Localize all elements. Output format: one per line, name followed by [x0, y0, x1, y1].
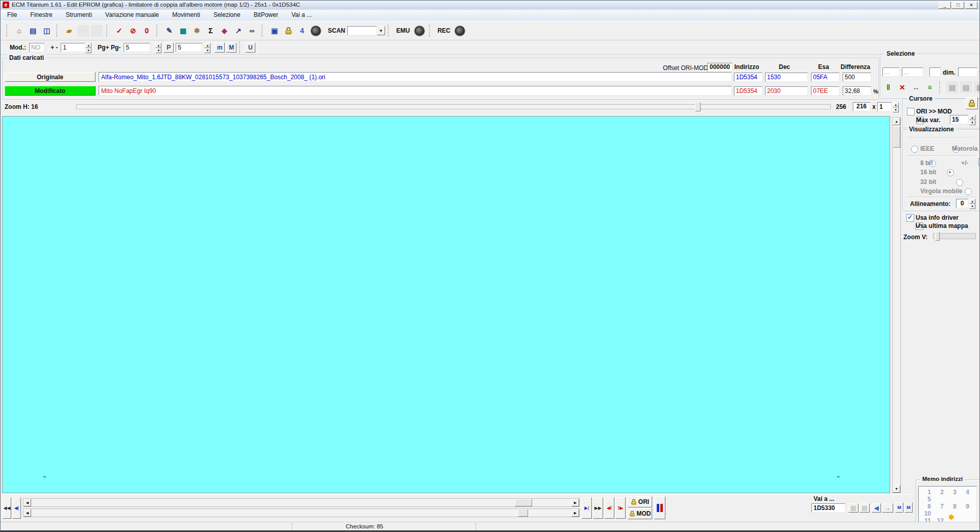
originale-button[interactable]: Originale [5, 72, 95, 82]
min-map-button[interactable]: m [214, 42, 225, 53]
chart-icon[interactable]: ↗ [232, 25, 245, 37]
maximize-button[interactable]: □ [952, 2, 964, 9]
select-width-icon[interactable]: ↔ [910, 81, 922, 94]
addr-grid2-icon[interactable]: ▤ [859, 503, 870, 513]
memo-next-button[interactable]: M [904, 502, 913, 513]
compare-view-button[interactable] [654, 496, 665, 519]
memo-slot-1[interactable]: 1 [920, 489, 931, 496]
modificato-button[interactable]: Modificato [5, 86, 95, 96]
selezione-field-3[interactable] [929, 67, 941, 77]
clear-selection-icon[interactable]: ✕ [896, 81, 909, 94]
step-spinner[interactable]: ▲▼ [85, 43, 91, 52]
edit-notes-icon[interactable]: ✎ [163, 25, 176, 37]
memo-slot-6[interactable]: 6 [920, 503, 931, 510]
p2-field[interactable]: 5 [176, 43, 202, 52]
pg-spinner[interactable]: ▲▼ [155, 43, 161, 52]
pg-field[interactable]: 5 [124, 43, 150, 52]
nav-forward-button[interactable]: ‖▶ [615, 497, 626, 519]
chevron-down-icon[interactable]: ▼ [377, 26, 385, 35]
ori-mod-checkbox[interactable] [907, 108, 915, 115]
rec-record-button[interactable] [453, 25, 466, 37]
menu-item-finestre[interactable]: Finestre [23, 10, 59, 21]
max-var-field[interactable]: 15 [950, 115, 968, 124]
memo-slot-10[interactable]: 10 [920, 510, 931, 517]
close-button[interactable]: ✕ [965, 2, 977, 9]
mod-value-field[interactable]: NO [29, 43, 44, 52]
zoom-h-slider-thumb[interactable] [695, 102, 701, 111]
nav-back-button[interactable]: ◀‖ [604, 497, 614, 519]
memo-slot-8[interactable]: 8 [945, 503, 957, 510]
monitor-icon[interactable]: ▣ [268, 25, 281, 37]
percent-mode-button[interactable]: P [163, 42, 174, 53]
menu-item-movimenti[interactable]: Movimenti [165, 10, 207, 21]
ori-view-button[interactable]: ORI [628, 496, 652, 507]
memo-slot-7[interactable]: 7 [933, 503, 944, 510]
lock-button[interactable] [966, 97, 978, 109]
home-icon[interactable]: ⌂ [13, 25, 26, 37]
zoom-v-slider-thumb[interactable] [935, 232, 940, 241]
step-field[interactable]: 1 [61, 43, 85, 52]
menu-item-file[interactable]: File [1, 10, 23, 21]
memo-slot-5[interactable]: 5 [920, 496, 931, 503]
zero-red-icon[interactable]: 0 [140, 25, 153, 37]
pin-icon[interactable]: ◆ [218, 25, 231, 37]
menu-item-strumenti[interactable]: Strumenti [59, 10, 99, 21]
binoculars-icon[interactable]: ∞ [246, 25, 258, 37]
sigma-icon[interactable]: Σ [204, 25, 217, 37]
allineamento-field[interactable]: 0 [956, 199, 968, 208]
zoom-h-mult-field[interactable]: 1 [877, 102, 892, 111]
bit16-radio[interactable] [947, 169, 954, 176]
tools-icon[interactable]: ✱ [190, 25, 203, 37]
lock-spark-icon[interactable] [282, 25, 295, 37]
minimize-button[interactable]: _ [939, 2, 951, 9]
max-var-spinner[interactable]: ▲▼ [969, 115, 975, 124]
copy-selection-icon[interactable]: ▤ [946, 81, 959, 94]
blank-icon[interactable] [90, 25, 103, 37]
nav-first-button[interactable]: ◀◀ [3, 497, 11, 519]
table-icon[interactable]: ▦ [177, 25, 189, 37]
usa-info-driver-checkbox[interactable] [906, 214, 914, 222]
menu-item-bitpower[interactable]: BitPower [247, 10, 285, 21]
copy-icon[interactable]: ▤ [27, 25, 39, 37]
nav-prev-button[interactable]: ◀| [12, 497, 21, 519]
mod-view-button[interactable]: MOD [628, 508, 652, 519]
hscrollbar-bottom[interactable]: ◀ ▶ [23, 508, 580, 517]
menu-item-variazione-manuale[interactable]: Variazione manuale [99, 10, 165, 21]
p2-spinner[interactable]: ▲▼ [204, 43, 210, 52]
jump-forward-icon[interactable]: → [882, 503, 893, 513]
export-selection-icon[interactable]: ▥ [973, 81, 980, 94]
selezione-field-1[interactable]: ... [882, 67, 900, 77]
originale-file-field[interactable]: Alfa-Romeo_Mito_1.6JTD_88KW_0281015573_1… [99, 72, 732, 82]
addr-grid-icon[interactable]: ▤ [848, 503, 858, 513]
memo-slot-9[interactable]: 9 [958, 503, 969, 510]
knob-icon[interactable] [309, 25, 322, 37]
ieee-radio[interactable] [911, 146, 918, 153]
max-map-button[interactable]: M [226, 42, 236, 53]
memo-slot-2[interactable]: 2 [933, 489, 944, 496]
zoom-h-slider[interactable] [76, 104, 831, 109]
select-columns-icon[interactable]: ‖ [882, 81, 895, 94]
paste-selection-icon[interactable]: ▤ [960, 81, 972, 94]
jump-back-icon[interactable]: ◀ [872, 503, 881, 513]
four-lightning-icon[interactable]: 4 [296, 25, 308, 37]
allineamento-spinner[interactable]: ▲▼ [969, 199, 975, 208]
menu-item-selezione[interactable]: Selezione [207, 10, 247, 21]
nav-play-button[interactable]: ▶| [582, 497, 592, 519]
menu-item-vai-a[interactable]: Vai a ... [285, 10, 319, 21]
zoom-h-width-field[interactable]: 216 [853, 102, 870, 111]
open-folder-icon[interactable]: ▰ [63, 25, 76, 37]
map-chart[interactable] [3, 117, 890, 493]
scan-combobox[interactable]: ▼ [347, 26, 385, 35]
undo-button[interactable]: U [245, 42, 255, 53]
memo-slot-4[interactable]: 4 [958, 489, 969, 496]
bit32-radio[interactable] [956, 179, 963, 186]
forbid-icon[interactable]: ⊘ [127, 25, 139, 37]
memo-prev-button[interactable]: M [895, 502, 903, 513]
modificato-file-field[interactable]: Mito NoFapEgr Iq90 [99, 86, 732, 96]
emu-record-button[interactable] [413, 25, 426, 37]
vai-a-field[interactable]: 1D5330 [811, 503, 845, 513]
select-rows-icon[interactable]: ≡ [923, 81, 936, 94]
virgola-radio[interactable] [965, 188, 972, 195]
blank-icon[interactable] [77, 25, 89, 37]
nav-end-button[interactable]: ▶▶ [593, 497, 603, 519]
